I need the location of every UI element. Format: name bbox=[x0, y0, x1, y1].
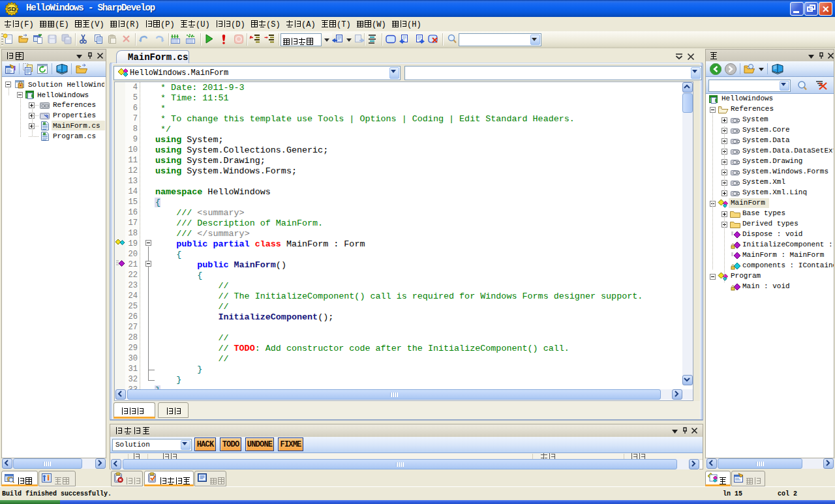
svg-text:SD: SD bbox=[8, 6, 16, 12]
